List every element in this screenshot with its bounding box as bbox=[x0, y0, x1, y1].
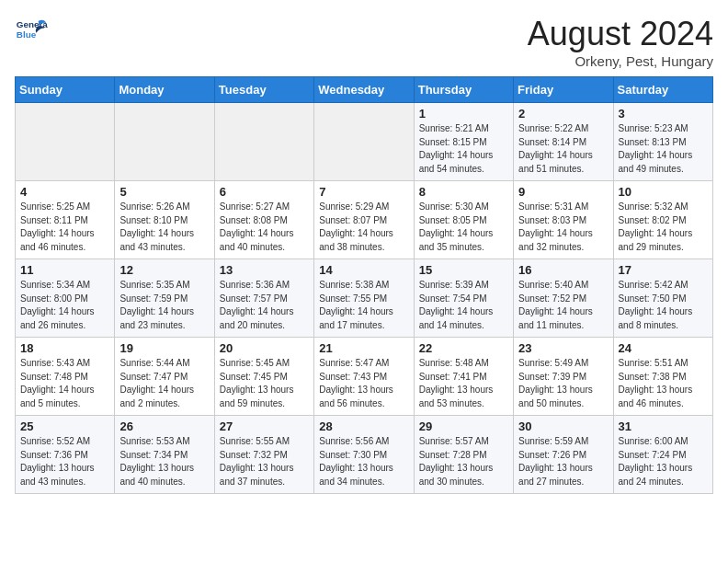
day-info: Sunrise: 5:49 AMSunset: 7:39 PMDaylight:… bbox=[518, 357, 608, 410]
header-row: SundayMondayTuesdayWednesdayThursdayFrid… bbox=[16, 77, 713, 103]
weekday-header-saturday: Saturday bbox=[613, 77, 712, 103]
day-number: 19 bbox=[119, 341, 209, 355]
calendar-cell: 26Sunrise: 5:53 AMSunset: 7:34 PMDayligh… bbox=[115, 416, 214, 494]
day-number: 27 bbox=[220, 419, 309, 433]
day-number: 21 bbox=[319, 341, 408, 355]
calendar-cell: 17Sunrise: 5:42 AMSunset: 7:50 PMDayligh… bbox=[613, 259, 712, 338]
day-number: 9 bbox=[518, 185, 608, 199]
logo: General Blue bbox=[15, 15, 48, 48]
day-number: 24 bbox=[619, 341, 708, 355]
day-info: Sunrise: 5:30 AMSunset: 8:05 PMDaylight:… bbox=[419, 201, 508, 254]
day-info: Sunrise: 5:32 AMSunset: 8:02 PMDaylight:… bbox=[619, 201, 708, 254]
calendar-cell: 22Sunrise: 5:48 AMSunset: 7:41 PMDayligh… bbox=[414, 338, 513, 416]
day-number: 17 bbox=[619, 263, 708, 277]
day-number: 30 bbox=[518, 419, 608, 433]
day-number: 4 bbox=[20, 185, 109, 199]
weekday-header-monday: Monday bbox=[115, 77, 214, 103]
calendar-cell bbox=[16, 103, 115, 181]
location-subtitle: Orkeny, Pest, Hungary bbox=[528, 53, 713, 69]
calendar-cell bbox=[214, 103, 313, 181]
calendar-cell: 3Sunrise: 5:23 AMSunset: 8:13 PMDaylight… bbox=[613, 103, 712, 181]
day-number: 11 bbox=[20, 263, 109, 277]
day-info: Sunrise: 5:27 AMSunset: 8:08 PMDaylight:… bbox=[220, 201, 309, 254]
day-number: 31 bbox=[619, 419, 708, 433]
calendar-cell: 27Sunrise: 5:55 AMSunset: 7:32 PMDayligh… bbox=[214, 416, 313, 494]
day-info: Sunrise: 5:35 AMSunset: 7:59 PMDaylight:… bbox=[119, 279, 209, 332]
day-number: 2 bbox=[518, 107, 608, 121]
day-info: Sunrise: 5:55 AMSunset: 7:32 PMDaylight:… bbox=[220, 435, 309, 488]
week-row-5: 25Sunrise: 5:52 AMSunset: 7:36 PMDayligh… bbox=[16, 416, 713, 494]
day-info: Sunrise: 5:36 AMSunset: 7:57 PMDaylight:… bbox=[220, 279, 309, 332]
day-info: Sunrise: 5:40 AMSunset: 7:52 PMDaylight:… bbox=[518, 279, 608, 332]
day-info: Sunrise: 5:48 AMSunset: 7:41 PMDaylight:… bbox=[419, 357, 508, 410]
day-info: Sunrise: 5:43 AMSunset: 7:48 PMDaylight:… bbox=[20, 357, 109, 410]
day-info: Sunrise: 5:38 AMSunset: 7:55 PMDaylight:… bbox=[319, 279, 408, 332]
day-info: Sunrise: 5:52 AMSunset: 7:36 PMDaylight:… bbox=[20, 435, 109, 488]
weekday-header-friday: Friday bbox=[514, 77, 613, 103]
calendar-cell bbox=[314, 103, 414, 181]
day-info: Sunrise: 5:44 AMSunset: 7:47 PMDaylight:… bbox=[119, 357, 209, 410]
title-block: August 2024 Orkeny, Pest, Hungary bbox=[528, 15, 713, 69]
calendar-cell: 9Sunrise: 5:31 AMSunset: 8:03 PMDaylight… bbox=[514, 181, 613, 259]
calendar-cell: 5Sunrise: 5:26 AMSunset: 8:10 PMDaylight… bbox=[115, 181, 214, 259]
calendar-cell: 8Sunrise: 5:30 AMSunset: 8:05 PMDaylight… bbox=[414, 181, 513, 259]
day-info: Sunrise: 5:23 AMSunset: 8:13 PMDaylight:… bbox=[619, 122, 708, 176]
day-info: Sunrise: 5:56 AMSunset: 7:30 PMDaylight:… bbox=[319, 435, 408, 488]
day-info: Sunrise: 6:00 AMSunset: 7:24 PMDaylight:… bbox=[619, 435, 708, 488]
day-info: Sunrise: 5:34 AMSunset: 8:00 PMDaylight:… bbox=[20, 279, 109, 332]
week-row-4: 18Sunrise: 5:43 AMSunset: 7:48 PMDayligh… bbox=[16, 338, 713, 416]
calendar-cell: 25Sunrise: 5:52 AMSunset: 7:36 PMDayligh… bbox=[16, 416, 115, 494]
day-info: Sunrise: 5:57 AMSunset: 7:28 PMDaylight:… bbox=[419, 435, 508, 488]
day-info: Sunrise: 5:25 AMSunset: 8:11 PMDaylight:… bbox=[20, 201, 109, 254]
week-row-3: 11Sunrise: 5:34 AMSunset: 8:00 PMDayligh… bbox=[16, 259, 713, 338]
week-row-2: 4Sunrise: 5:25 AMSunset: 8:11 PMDaylight… bbox=[16, 181, 713, 259]
day-info: Sunrise: 5:42 AMSunset: 7:50 PMDaylight:… bbox=[619, 279, 708, 332]
calendar-cell: 15Sunrise: 5:39 AMSunset: 7:54 PMDayligh… bbox=[414, 259, 513, 338]
calendar-cell: 16Sunrise: 5:40 AMSunset: 7:52 PMDayligh… bbox=[514, 259, 613, 338]
calendar-cell: 19Sunrise: 5:44 AMSunset: 7:47 PMDayligh… bbox=[115, 338, 214, 416]
weekday-header-tuesday: Tuesday bbox=[214, 77, 313, 103]
page-header: General Blue August 2024 Orkeny, Pest, H… bbox=[15, 15, 713, 69]
day-info: Sunrise: 5:53 AMSunset: 7:34 PMDaylight:… bbox=[119, 435, 209, 488]
day-number: 5 bbox=[119, 185, 209, 199]
day-number: 13 bbox=[220, 263, 309, 277]
day-number: 1 bbox=[419, 107, 508, 121]
calendar-cell: 6Sunrise: 5:27 AMSunset: 8:08 PMDaylight… bbox=[214, 181, 313, 259]
calendar-cell: 28Sunrise: 5:56 AMSunset: 7:30 PMDayligh… bbox=[314, 416, 414, 494]
calendar-cell: 4Sunrise: 5:25 AMSunset: 8:11 PMDaylight… bbox=[16, 181, 115, 259]
calendar-cell: 24Sunrise: 5:51 AMSunset: 7:38 PMDayligh… bbox=[613, 338, 712, 416]
day-number: 18 bbox=[20, 341, 109, 355]
weekday-header-sunday: Sunday bbox=[16, 77, 115, 103]
day-info: Sunrise: 5:29 AMSunset: 8:07 PMDaylight:… bbox=[319, 201, 408, 254]
calendar-cell: 1Sunrise: 5:21 AMSunset: 8:15 PMDaylight… bbox=[414, 103, 513, 181]
weekday-header-thursday: Thursday bbox=[414, 77, 513, 103]
day-number: 7 bbox=[319, 185, 408, 199]
day-info: Sunrise: 5:59 AMSunset: 7:26 PMDaylight:… bbox=[518, 435, 608, 488]
calendar-cell: 29Sunrise: 5:57 AMSunset: 7:28 PMDayligh… bbox=[414, 416, 513, 494]
day-number: 15 bbox=[419, 263, 508, 277]
calendar-cell: 13Sunrise: 5:36 AMSunset: 7:57 PMDayligh… bbox=[214, 259, 313, 338]
calendar-cell: 11Sunrise: 5:34 AMSunset: 8:00 PMDayligh… bbox=[16, 259, 115, 338]
day-number: 8 bbox=[419, 185, 508, 199]
calendar-cell: 31Sunrise: 6:00 AMSunset: 7:24 PMDayligh… bbox=[613, 416, 712, 494]
weekday-header-wednesday: Wednesday bbox=[314, 77, 414, 103]
calendar-cell: 2Sunrise: 5:22 AMSunset: 8:14 PMDaylight… bbox=[514, 103, 613, 181]
calendar-cell: 18Sunrise: 5:43 AMSunset: 7:48 PMDayligh… bbox=[16, 338, 115, 416]
day-number: 25 bbox=[20, 419, 109, 433]
day-number: 16 bbox=[518, 263, 608, 277]
calendar-cell: 21Sunrise: 5:47 AMSunset: 7:43 PMDayligh… bbox=[314, 338, 414, 416]
calendar-cell: 10Sunrise: 5:32 AMSunset: 8:02 PMDayligh… bbox=[613, 181, 712, 259]
calendar-table: SundayMondayTuesdayWednesdayThursdayFrid… bbox=[15, 76, 713, 494]
svg-text:Blue: Blue bbox=[17, 29, 37, 40]
day-number: 29 bbox=[419, 419, 508, 433]
calendar-cell: 7Sunrise: 5:29 AMSunset: 8:07 PMDaylight… bbox=[314, 181, 414, 259]
day-number: 12 bbox=[119, 263, 209, 277]
day-number: 23 bbox=[518, 341, 608, 355]
calendar-cell: 30Sunrise: 5:59 AMSunset: 7:26 PMDayligh… bbox=[514, 416, 613, 494]
day-number: 28 bbox=[319, 419, 408, 433]
calendar-cell: 12Sunrise: 5:35 AMSunset: 7:59 PMDayligh… bbox=[115, 259, 214, 338]
month-title: August 2024 bbox=[528, 15, 713, 53]
day-info: Sunrise: 5:45 AMSunset: 7:45 PMDaylight:… bbox=[220, 357, 309, 410]
day-info: Sunrise: 5:51 AMSunset: 7:38 PMDaylight:… bbox=[619, 357, 708, 410]
calendar-cell: 23Sunrise: 5:49 AMSunset: 7:39 PMDayligh… bbox=[514, 338, 613, 416]
